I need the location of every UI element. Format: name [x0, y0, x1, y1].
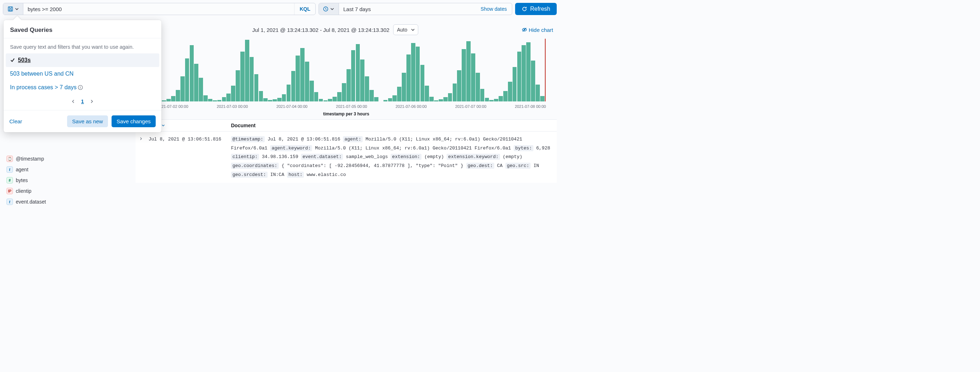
histogram-bar[interactable]: [277, 98, 282, 101]
refresh-button[interactable]: Refresh: [515, 3, 557, 15]
histogram-bar[interactable]: [305, 62, 309, 101]
hide-chart-button[interactable]: Hide chart: [522, 27, 553, 33]
histogram-bar[interactable]: [457, 70, 461, 102]
histogram-bar[interactable]: [476, 73, 480, 101]
histogram-bar[interactable]: [406, 54, 411, 101]
field-row[interactable]: tevent.dataset: [3, 196, 135, 207]
date-quick-toggle[interactable]: [319, 3, 339, 15]
histogram-bar[interactable]: [255, 74, 259, 101]
histogram-bar[interactable]: [416, 47, 420, 101]
pager-next[interactable]: [90, 99, 94, 104]
histogram-bar[interactable]: [296, 55, 300, 101]
field-row[interactable]: IPclientip: [3, 186, 135, 196]
histogram-bar[interactable]: [430, 97, 434, 101]
histogram-bar[interactable]: [199, 78, 203, 101]
histogram-bar[interactable]: [319, 99, 323, 101]
histogram-bar[interactable]: [263, 98, 267, 101]
histogram-bar[interactable]: [291, 71, 296, 101]
histogram-bar[interactable]: [402, 73, 406, 101]
histogram-bar[interactable]: [222, 97, 226, 101]
histogram-bar[interactable]: [508, 82, 512, 101]
histogram-bar[interactable]: [365, 76, 369, 101]
histogram-bar[interactable]: [540, 96, 544, 101]
saved-query-item[interactable]: 503 between US and CN: [6, 67, 159, 81]
histogram-bar[interactable]: [167, 99, 171, 101]
histogram-bar[interactable]: [204, 95, 208, 102]
histogram-bar[interactable]: [462, 49, 466, 101]
histogram-bar[interactable]: [434, 100, 438, 101]
histogram-bar[interactable]: [286, 85, 291, 101]
histogram-bar[interactable]: [351, 50, 355, 101]
histogram-bar[interactable]: [176, 90, 180, 101]
histogram-bar[interactable]: [499, 96, 503, 101]
histogram-bar[interactable]: [194, 64, 198, 101]
histogram-bar[interactable]: [282, 94, 286, 101]
histogram-bar[interactable]: [259, 91, 263, 101]
histogram-bar[interactable]: [517, 52, 522, 101]
pager-prev[interactable]: [71, 99, 75, 104]
query-input[interactable]: [23, 3, 294, 15]
histogram-bar[interactable]: [208, 99, 212, 101]
histogram-bar[interactable]: [439, 99, 443, 101]
histogram-bar[interactable]: [369, 90, 374, 101]
histogram-bar[interactable]: [388, 98, 393, 101]
histogram-bar[interactable]: [273, 99, 277, 101]
saved-query-toggle[interactable]: [3, 3, 23, 15]
clear-button[interactable]: Clear: [10, 118, 22, 124]
histogram-bar[interactable]: [328, 99, 332, 101]
field-row[interactable]: ⌚@timestamp: [3, 154, 135, 164]
histogram-bar[interactable]: [240, 52, 245, 101]
histogram-bar[interactable]: [393, 95, 397, 102]
histogram-bar[interactable]: [512, 67, 517, 101]
histogram-bar[interactable]: [383, 100, 388, 101]
histogram-bar[interactable]: [347, 69, 351, 101]
histogram-bar[interactable]: [480, 89, 485, 101]
histogram-bar[interactable]: [397, 87, 401, 101]
histogram-bar[interactable]: [226, 93, 231, 101]
histogram-bar[interactable]: [526, 42, 531, 101]
histogram-bar[interactable]: [314, 92, 318, 101]
histogram-bar[interactable]: [453, 84, 457, 101]
histogram-bar[interactable]: [494, 99, 498, 101]
histogram-bar[interactable]: [162, 100, 166, 101]
saved-query-item[interactable]: In process cases > 7 days: [6, 81, 159, 94]
histogram-bar[interactable]: [250, 57, 254, 101]
show-dates-button[interactable]: Show dates: [476, 3, 512, 15]
histogram-bar[interactable]: [536, 85, 540, 101]
field-row[interactable]: #bytes: [3, 175, 135, 186]
histogram-bar[interactable]: [471, 54, 475, 101]
expand-row-toggle[interactable]: [139, 135, 148, 144]
histogram-bar[interactable]: [522, 45, 526, 102]
histogram-bar[interactable]: [425, 85, 429, 101]
histogram-bar[interactable]: [356, 44, 360, 101]
save-changes-button[interactable]: Save changes: [111, 116, 156, 127]
histogram-bar[interactable]: [332, 97, 337, 101]
histogram-bar[interactable]: [466, 41, 471, 101]
histogram-bar[interactable]: [420, 65, 425, 101]
histogram-bar[interactable]: [300, 48, 305, 101]
histogram-bar[interactable]: [342, 83, 346, 101]
date-range-text[interactable]: Last 7 days: [339, 3, 476, 15]
pager-page[interactable]: 1: [81, 98, 84, 104]
histogram-bar[interactable]: [485, 98, 489, 101]
histogram-bar[interactable]: [180, 76, 185, 101]
histogram-bar[interactable]: [185, 59, 189, 101]
histogram-bar[interactable]: [171, 96, 175, 101]
interval-select[interactable]: Auto: [393, 24, 418, 35]
histogram-bar[interactable]: [268, 100, 272, 101]
histogram-bar[interactable]: [190, 45, 194, 102]
histogram-bar[interactable]: [531, 60, 535, 101]
histogram-bar[interactable]: [443, 97, 448, 101]
histogram-bar[interactable]: [231, 85, 235, 101]
histogram-bar[interactable]: [337, 92, 342, 101]
field-row[interactable]: tagent: [3, 164, 135, 175]
histogram-bar[interactable]: [235, 70, 240, 102]
histogram-chart[interactable]: 2021-07-02 00:002021-07-03 00:002021-07-…: [135, 35, 557, 119]
histogram-bar[interactable]: [448, 93, 452, 101]
histogram-bar[interactable]: [245, 40, 249, 101]
saved-query-item[interactable]: 503s: [6, 54, 159, 67]
histogram-bar[interactable]: [411, 43, 415, 101]
histogram-bar[interactable]: [503, 91, 508, 101]
histogram-bar[interactable]: [374, 97, 379, 101]
save-as-new-button[interactable]: Save as new: [67, 116, 108, 127]
